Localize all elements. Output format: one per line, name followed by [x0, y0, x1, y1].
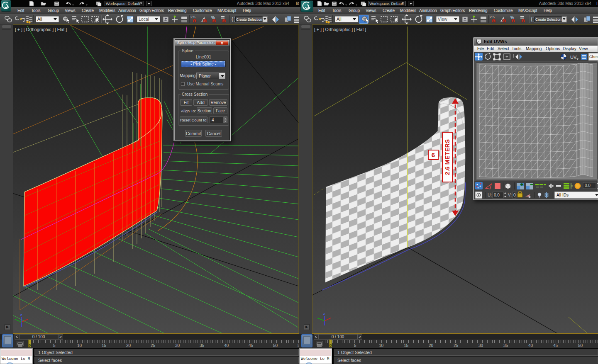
- svg-text:UV: UV: [570, 55, 577, 60]
- svg-text:0.0: 0.0: [494, 193, 500, 197]
- svg-text:0.0: 0.0: [585, 183, 591, 188]
- svg-text:All IDs: All IDs: [557, 193, 569, 197]
- svg-text:z: z: [323, 312, 325, 315]
- svg-text:View: View: [438, 17, 447, 22]
- svg-text:2.5: 2.5: [490, 15, 495, 19]
- svg-text:0: 0: [513, 193, 516, 197]
- svg-text:Local: Local: [139, 17, 149, 22]
- svg-text:z: z: [20, 313, 22, 317]
- svg-text:All: All: [337, 17, 342, 22]
- svg-text:U:: U:: [488, 193, 492, 197]
- svg-text:V:: V:: [508, 193, 512, 197]
- svg-text:All: All: [37, 17, 42, 22]
- svg-text:Checke: Checke: [589, 54, 598, 59]
- svg-text:2.5: 2.5: [190, 15, 195, 19]
